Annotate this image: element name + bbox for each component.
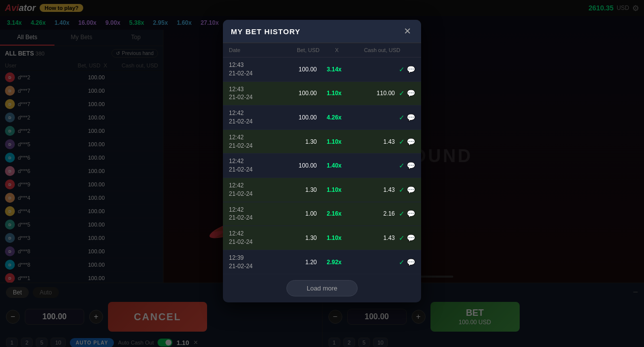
modal-row: 12:3921-02-24 1.20 2.92x ✓ 💬 — [223, 250, 421, 275]
modal-row-icons: ✓ 💬 — [399, 138, 415, 146]
modal-row-cashout: 1.43 — [352, 234, 395, 241]
modal-row-x: 1.40x — [317, 162, 352, 169]
modal-row-x: 1.10x — [317, 90, 352, 97]
check-icon: ✓ — [399, 258, 405, 266]
modal-col-x: X — [320, 47, 354, 53]
modal-row-bet: 1.30 — [273, 186, 317, 193]
modal-row-date: 12:4221-02-24 — [229, 109, 273, 126]
modal-row: 12:4221-02-24 1.30 1.10x 1.43 ✓ 💬 — [223, 226, 421, 250]
modal-rows: 12:4321-02-24 100.00 3.14x ✓ 💬 12:4321-0… — [223, 58, 421, 274]
modal-row-x: 2.92x — [317, 259, 352, 266]
modal-row: 12:4221-02-24 1.30 1.10x 1.43 ✓ 💬 — [223, 130, 421, 154]
chat-icon[interactable]: 💬 — [407, 138, 415, 146]
chat-icon[interactable]: 💬 — [407, 258, 415, 266]
check-icon: ✓ — [399, 210, 405, 218]
modal-row-date: 12:4221-02-24 — [229, 181, 273, 198]
load-more-button[interactable]: Load more — [286, 280, 358, 296]
modal-col-headers: Date Bet, USD X Cash out, USD — [223, 43, 421, 58]
chat-icon[interactable]: 💬 — [407, 234, 415, 242]
modal-row-icons: ✓ 💬 — [399, 89, 415, 97]
chat-icon[interactable]: 💬 — [407, 114, 415, 121]
chat-icon[interactable]: 💬 — [407, 65, 415, 73]
modal-overlay: MY BET HISTORY ✕ Date Bet, USD X Cash ou… — [0, 0, 644, 347]
modal-row: 12:4221-02-24 100.00 1.40x ✓ 💬 — [223, 154, 421, 178]
modal-row-bet: 100.00 — [273, 90, 317, 97]
modal-row-x: 3.14x — [317, 66, 352, 73]
modal-title: MY BET HISTORY — [231, 27, 300, 36]
modal-row-bet: 1.30 — [273, 138, 317, 145]
modal-row-bet: 1.20 — [273, 259, 317, 266]
chat-icon[interactable]: 💬 — [407, 89, 415, 97]
modal-row-icons: ✓ 💬 — [399, 186, 415, 194]
modal-row-bet: 100.00 — [273, 114, 317, 121]
check-icon: ✓ — [399, 234, 405, 242]
modal-row-date: 12:4221-02-24 — [229, 157, 273, 174]
modal-row-icons: ✓ 💬 — [399, 162, 415, 170]
modal-row-cashout: 110.00 — [352, 90, 395, 97]
modal-row-bet: 1.30 — [273, 234, 317, 241]
bet-history-modal: MY BET HISTORY ✕ Date Bet, USD X Cash ou… — [223, 20, 421, 302]
modal-row-cashout: 1.43 — [352, 138, 395, 145]
modal-row-bet: 1.00 — [273, 210, 317, 217]
modal-row-x: 2.16x — [317, 210, 352, 217]
modal-row-bet: 100.00 — [273, 66, 317, 73]
modal-row: 12:4321-02-24 100.00 3.14x ✓ 💬 — [223, 58, 421, 82]
modal-row-x: 1.10x — [317, 234, 352, 241]
modal-col-bet: Bet, USD — [273, 47, 320, 53]
modal-col-date: Date — [229, 47, 273, 53]
modal-row-date: 12:4221-02-24 — [229, 133, 273, 150]
chat-icon[interactable]: 💬 — [407, 186, 415, 194]
modal-col-cashout: Cash out, USD — [354, 47, 415, 53]
check-icon: ✓ — [399, 89, 405, 97]
modal-row: 12:4321-02-24 100.00 1.10x 110.00 ✓ 💬 — [223, 82, 421, 106]
modal-row-bet: 100.00 — [273, 162, 317, 169]
chat-icon[interactable]: 💬 — [407, 162, 415, 170]
modal-row-x: 1.10x — [317, 186, 352, 193]
modal-close-button[interactable]: ✕ — [402, 26, 413, 37]
check-icon: ✓ — [399, 186, 405, 194]
modal-row-cashout: 1.43 — [352, 186, 395, 193]
modal-row-x: 1.10x — [317, 138, 352, 145]
modal-row-x: 4.26x — [317, 114, 352, 121]
modal-row-icons: ✓ 💬 — [399, 65, 415, 73]
check-icon: ✓ — [399, 162, 405, 170]
modal-row: 12:4221-02-24 1.30 1.10x 1.43 ✓ 💬 — [223, 178, 421, 202]
modal-row-date: 12:3921-02-24 — [229, 254, 273, 271]
modal-row-date: 12:4321-02-24 — [229, 85, 273, 102]
modal-row-icons: ✓ 💬 — [399, 210, 415, 218]
modal-row-date: 12:4221-02-24 — [229, 206, 273, 223]
modal-header: MY BET HISTORY ✕ — [223, 20, 421, 43]
modal-row: 12:4221-02-24 1.00 2.16x 2.16 ✓ 💬 — [223, 202, 421, 227]
modal-row-icons: ✓ 💬 — [399, 258, 415, 266]
check-icon: ✓ — [399, 138, 405, 146]
modal-row: 12:4221-02-24 100.00 4.26x ✓ 💬 — [223, 106, 421, 130]
modal-row-date: 12:4321-02-24 — [229, 61, 273, 78]
modal-row-icons: ✓ 💬 — [399, 114, 415, 121]
check-icon: ✓ — [399, 65, 405, 73]
check-icon: ✓ — [399, 114, 405, 121]
modal-row-icons: ✓ 💬 — [399, 234, 415, 242]
modal-row-date: 12:4221-02-24 — [229, 230, 273, 246]
modal-row-cashout: 2.16 — [352, 210, 395, 217]
chat-icon[interactable]: 💬 — [407, 210, 415, 218]
